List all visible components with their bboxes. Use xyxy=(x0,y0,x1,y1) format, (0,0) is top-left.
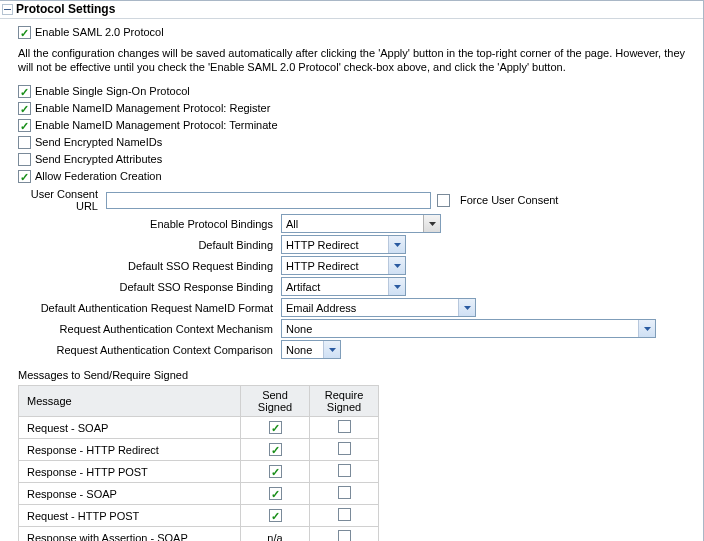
require-signed-cell xyxy=(310,527,379,542)
send-signed-checkbox[interactable] xyxy=(269,465,282,478)
req-authn-mech-select[interactable]: None xyxy=(281,319,656,338)
send-enc-attrs-label: Send Encrypted Attributes xyxy=(35,152,162,167)
chevron-down-icon xyxy=(388,236,405,253)
table-row: Response - SOAP xyxy=(19,483,379,505)
req-authn-cmp-select[interactable]: None xyxy=(281,340,341,359)
default-binding-select[interactable]: HTTP Redirect xyxy=(281,235,406,254)
section-header: Protocol Settings xyxy=(0,1,703,19)
require-signed-checkbox[interactable] xyxy=(338,464,351,477)
chevron-down-icon xyxy=(423,215,440,232)
table-header-send: Send Signed xyxy=(241,386,310,417)
req-authn-cmp-label: Request Authentication Context Compariso… xyxy=(18,344,275,356)
send-signed-cell xyxy=(241,505,310,527)
default-sso-req-label: Default SSO Request Binding xyxy=(18,260,275,272)
require-signed-cell xyxy=(310,505,379,527)
nameid-terminate-label: Enable NameID Management Protocol: Termi… xyxy=(35,118,278,133)
req-authn-mech-value: None xyxy=(286,323,312,335)
default-authn-nameid-value: Email Address xyxy=(286,302,356,314)
require-signed-checkbox[interactable] xyxy=(338,486,351,499)
message-cell: Response with Assertion - SOAP xyxy=(19,527,241,542)
table-header-message: Message xyxy=(19,386,241,417)
send-enc-attrs-checkbox[interactable] xyxy=(18,153,31,166)
default-sso-resp-value: Artifact xyxy=(286,281,320,293)
send-signed-cell xyxy=(241,483,310,505)
messages-table-title: Messages to Send/Require Signed xyxy=(18,369,693,381)
send-signed-cell xyxy=(241,461,310,483)
table-row: Response - HTTP POST xyxy=(19,461,379,483)
require-signed-cell xyxy=(310,417,379,439)
message-cell: Response - SOAP xyxy=(19,483,241,505)
chevron-down-icon xyxy=(323,341,340,358)
default-binding-value: HTTP Redirect xyxy=(286,239,359,251)
default-sso-req-value: HTTP Redirect xyxy=(286,260,359,272)
require-signed-cell xyxy=(310,483,379,505)
send-signed-checkbox[interactable] xyxy=(269,421,282,434)
message-cell: Request - SOAP xyxy=(19,417,241,439)
chevron-down-icon xyxy=(638,320,655,337)
default-authn-nameid-select[interactable]: Email Address xyxy=(281,298,476,317)
force-user-consent-label: Force User Consent xyxy=(460,194,558,206)
send-signed-cell xyxy=(241,439,310,461)
allow-fed-label: Allow Federation Creation xyxy=(35,169,162,184)
message-cell: Response - HTTP POST xyxy=(19,461,241,483)
nameid-register-label: Enable NameID Management Protocol: Regis… xyxy=(35,101,270,116)
require-signed-checkbox[interactable] xyxy=(338,530,351,541)
default-sso-resp-select[interactable]: Artifact xyxy=(281,277,406,296)
default-sso-req-select[interactable]: HTTP Redirect xyxy=(281,256,406,275)
table-row: Request - HTTP POST xyxy=(19,505,379,527)
enable-bindings-label: Enable Protocol Bindings xyxy=(18,218,275,230)
table-header-require: Require Signed xyxy=(310,386,379,417)
default-sso-resp-label: Default SSO Response Binding xyxy=(18,281,275,293)
messages-table: Message Send Signed Require Signed Reque… xyxy=(18,385,379,541)
send-enc-nameids-checkbox[interactable] xyxy=(18,136,31,149)
message-cell: Response - HTTP Redirect xyxy=(19,439,241,461)
require-signed-checkbox[interactable] xyxy=(338,508,351,521)
enable-saml-label: Enable SAML 2.0 Protocol xyxy=(35,25,164,40)
chevron-down-icon xyxy=(388,278,405,295)
nameid-terminate-checkbox[interactable] xyxy=(18,119,31,132)
table-row: Response with Assertion - SOAPn/a xyxy=(19,527,379,542)
enable-sso-label: Enable Single Sign-On Protocol xyxy=(35,84,190,99)
svg-rect-1 xyxy=(4,9,11,10)
na-label: n/a xyxy=(267,532,282,542)
require-signed-cell xyxy=(310,439,379,461)
user-consent-url-label: User Consent URL xyxy=(18,188,100,212)
collapse-icon[interactable] xyxy=(2,4,13,15)
req-authn-mech-label: Request Authentication Context Mechanism xyxy=(18,323,275,335)
chevron-down-icon xyxy=(388,257,405,274)
force-user-consent-checkbox[interactable] xyxy=(437,194,450,207)
user-consent-url-input[interactable] xyxy=(106,192,431,209)
table-row: Request - SOAP xyxy=(19,417,379,439)
allow-fed-checkbox[interactable] xyxy=(18,170,31,183)
nameid-register-checkbox[interactable] xyxy=(18,102,31,115)
send-signed-cell: n/a xyxy=(241,527,310,542)
require-signed-checkbox[interactable] xyxy=(338,442,351,455)
req-authn-cmp-value: None xyxy=(286,344,312,356)
enable-saml-checkbox[interactable] xyxy=(18,26,31,39)
require-signed-checkbox[interactable] xyxy=(338,420,351,433)
require-signed-cell xyxy=(310,461,379,483)
enable-sso-checkbox[interactable] xyxy=(18,85,31,98)
send-signed-checkbox[interactable] xyxy=(269,487,282,500)
enable-bindings-select[interactable]: All xyxy=(281,214,441,233)
send-signed-checkbox[interactable] xyxy=(269,443,282,456)
enable-bindings-value: All xyxy=(286,218,298,230)
send-enc-nameids-label: Send Encrypted NameIDs xyxy=(35,135,162,150)
send-signed-checkbox[interactable] xyxy=(269,509,282,522)
table-row: Response - HTTP Redirect xyxy=(19,439,379,461)
message-cell: Request - HTTP POST xyxy=(19,505,241,527)
chevron-down-icon xyxy=(458,299,475,316)
default-binding-label: Default Binding xyxy=(18,239,275,251)
section-title: Protocol Settings xyxy=(16,2,115,16)
help-text: All the configuration changes will be sa… xyxy=(18,46,693,74)
default-authn-nameid-label: Default Authentication Request NameID Fo… xyxy=(18,302,275,314)
send-signed-cell xyxy=(241,417,310,439)
